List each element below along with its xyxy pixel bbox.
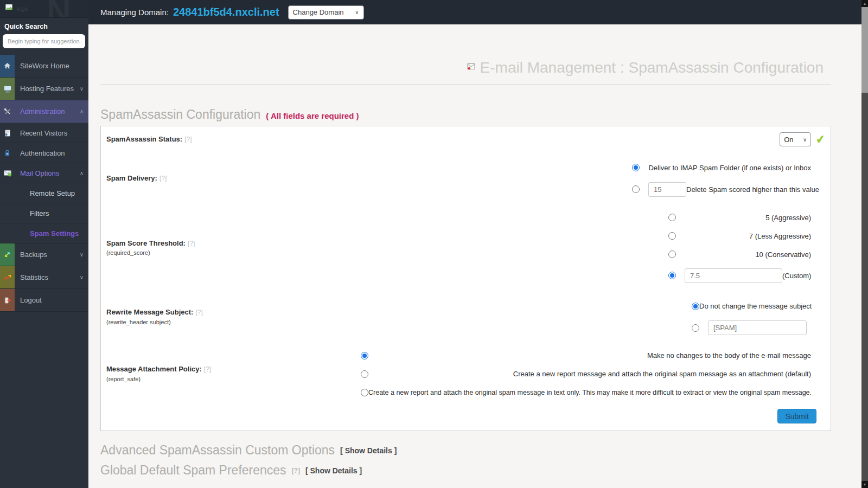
row-spamassassin-status: SpamAssassin Status:[?] On ∨ ✔ [101, 126, 831, 152]
spam-delivery-label: Spam Delivery:[?] [101, 174, 167, 183]
spamassassin-form-panel: SpamAssassin Status:[?] On ∨ ✔ Spam Deli… [100, 126, 831, 431]
spamassassin-status-select[interactable]: On ∨ [780, 132, 811, 146]
global-show-details-link[interactable]: [ Show Details ] [305, 466, 362, 475]
spam-score-sublabel: (required_score) [106, 249, 195, 257]
radio-score-7[interactable] [668, 232, 676, 240]
option-label: Deliver to IMAP Spam Folder (if one exis… [640, 164, 811, 172]
help-icon[interactable]: [?] [292, 467, 300, 474]
lock-icon [0, 143, 15, 163]
sidebar-item-spam-settings[interactable]: Spam Settings [0, 223, 88, 243]
mail-icon [0, 163, 15, 183]
page-title: E-mail Management : SpamAssassin Configu… [480, 59, 824, 76]
rewrite-subject-sublabel: (rewrite_header subject) [106, 318, 203, 326]
attachment-policy-options: Make no changes to the body of the e-mai… [361, 346, 831, 402]
home-icon [0, 55, 15, 77]
sidebar-item-hosting-features[interactable]: Hosting Features ∨ [0, 78, 88, 100]
section-heading: SpamAssassin Configuration ( All fields … [100, 107, 831, 122]
option-label: 10 (Conservative) [676, 251, 811, 259]
sidebar-item-authentication[interactable]: Authentication [0, 143, 88, 163]
sidebar-item-siteworx-home[interactable]: SiteWorx Home [0, 55, 88, 78]
title-divider [100, 84, 831, 85]
option-score-custom: (Custom) [668, 264, 811, 287]
broken-image-icon [4, 3, 14, 14]
vertical-scrollbar[interactable]: ▲ ▼ [861, 0, 868, 488]
delete-score-input[interactable] [648, 182, 686, 197]
attachment-policy-label: Message Attachment Policy:[?] (report_sa… [101, 364, 211, 383]
row-spam-delivery: Spam Delivery:[?] Deliver to IMAP Spam F… [101, 152, 831, 204]
radio-score-5[interactable] [668, 214, 676, 221]
logo-alt-text: logo [17, 5, 28, 12]
form-heading: SpamAssassin Configuration [100, 107, 260, 122]
sidebar-item-administration[interactable]: Administration ∧ [0, 100, 88, 123]
sidebar-item-label: SiteWorx Home [20, 62, 69, 70]
change-domain-select[interactable]: Change Domain ∨ [288, 5, 364, 20]
advanced-show-details-link[interactable]: [ Show Details ] [340, 446, 397, 455]
chevron-up-icon: ∧ [80, 108, 84, 114]
option-label: Do not change the message subject [699, 302, 812, 310]
radio-text-only[interactable] [361, 389, 368, 396]
sidebar-item-label: Logout [20, 296, 42, 304]
custom-score-input[interactable] [685, 268, 782, 283]
subject-tag-input[interactable] [708, 320, 807, 335]
brand-watermark: N [47, 0, 71, 18]
option-report-attach: Create a new report message and attach t… [361, 365, 811, 383]
transfer-arrows-icon [0, 243, 15, 266]
radio-score-10[interactable] [668, 251, 676, 258]
sidebar-item-recent-visitors[interactable]: Recent Visitors [0, 123, 88, 143]
scroll-up-button[interactable]: ▲ [861, 0, 868, 7]
status-selected-value: On [784, 136, 793, 144]
sidebar-item-logout[interactable]: Logout [0, 289, 88, 312]
status-label: SpamAssassin Status:[?] [101, 134, 192, 144]
option-score-7: 7 (Less Aggressive) [668, 227, 811, 245]
row-attachment-policy: Message Attachment Policy:[?] (report_sa… [101, 343, 831, 405]
sidebar-item-label: Spam Settings [30, 229, 79, 237]
radio-no-body-changes[interactable] [361, 352, 368, 359]
sidebar-item-label: Authentication [20, 149, 65, 157]
help-icon[interactable]: [?] [159, 175, 167, 182]
sidebar-item-remote-setup[interactable]: Remote Setup [0, 183, 88, 203]
scrollbar-thumb[interactable] [861, 7, 868, 93]
sidebar-item-filters[interactable]: Filters [0, 203, 88, 223]
sidebar-item-label: Filters [30, 209, 49, 217]
managing-domain-value: 24841bf5d4.nxcli.net [173, 6, 279, 18]
sidebar-item-backups[interactable]: Backups ∨ [0, 243, 88, 266]
radio-score-custom[interactable] [668, 272, 676, 279]
option-subject-tag [692, 317, 811, 339]
submit-row: Submit [101, 405, 831, 431]
search-input[interactable] [3, 34, 85, 48]
sidebar-item-label: Remote Setup [30, 189, 75, 197]
radio-subject-tag[interactable] [692, 324, 699, 332]
help-icon[interactable]: [?] [195, 309, 202, 316]
chevron-down-icon: ∨ [355, 9, 359, 15]
submit-button[interactable]: Submit [777, 409, 816, 423]
radio-delete-scored[interactable] [632, 185, 640, 193]
sidebar-item-statistics[interactable]: Statistics ∨ [0, 266, 88, 289]
help-icon[interactable]: [?] [188, 240, 195, 247]
chevron-down-icon: ∨ [803, 137, 807, 143]
option-label: (Custom) [782, 272, 811, 280]
sidebar-item-label: Recent Visitors [20, 129, 67, 137]
sidebar-menu: SiteWorx Home Hosting Features ∨ Adminis… [0, 55, 88, 312]
option-label: Create a new report and attach the origi… [368, 389, 812, 396]
scroll-down-button[interactable]: ▼ [861, 481, 868, 488]
option-label: 5 (Aggressive) [676, 214, 811, 222]
option-score-5: 5 (Aggressive) [668, 208, 811, 227]
global-preferences-heading: Global Default Spam Preferences [?] [ Sh… [100, 463, 831, 478]
sidebar-item-label: Statistics [20, 273, 48, 281]
global-preferences-title: Global Default Spam Preferences [100, 463, 286, 478]
help-icon[interactable]: [?] [184, 136, 192, 143]
help-icon[interactable]: [?] [204, 365, 211, 373]
sidebar-item-mail-options[interactable]: Mail Options ∧ [0, 163, 88, 183]
option-no-subject-change: Do not change the message subject [692, 296, 811, 317]
option-label: Make no changes to the body of the e-mai… [368, 351, 811, 359]
radio-report-attach[interactable] [361, 370, 368, 378]
spam-delivery-options: Deliver to IMAP Spam Folder (if one exis… [632, 157, 831, 200]
change-domain-selected-value: Change Domain [293, 8, 344, 16]
option-text-only: Create a new report and attach the origi… [361, 383, 811, 402]
logo-strip: logo N [0, 0, 88, 18]
tools-icon [0, 100, 15, 123]
radio-no-subject-change[interactable] [692, 303, 699, 310]
chevron-down-icon: ∨ [80, 274, 84, 280]
radio-deliver-imap[interactable] [632, 164, 640, 171]
valid-check-icon: ✔ [815, 132, 826, 146]
